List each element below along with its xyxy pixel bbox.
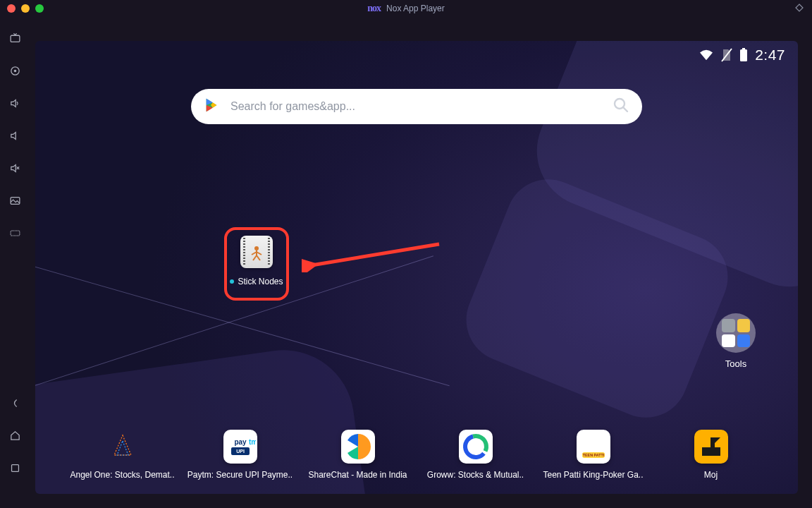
app-angel-one[interactable]: Angel One: Stocks, Demat.. xyxy=(66,430,179,480)
notification-dot xyxy=(230,279,234,284)
android-screen: 2:47 xyxy=(35,41,798,494)
svg-line-19 xyxy=(252,252,257,255)
nox-logo: nox xyxy=(367,3,381,14)
minimize-window-icon[interactable] xyxy=(21,4,30,13)
app-label: Angel One: Stocks, Demat.. xyxy=(70,470,174,480)
svg-point-17 xyxy=(254,246,259,250)
keyboard-icon[interactable] xyxy=(9,227,21,239)
maximize-window-icon[interactable] xyxy=(35,4,44,13)
svg-marker-39 xyxy=(715,437,720,443)
titlebar: nox Nox App Player xyxy=(0,0,812,17)
teen-patti-icon: TEEN PATTI xyxy=(577,430,610,464)
app-groww[interactable]: Groww: Stocks & Mutual.. xyxy=(419,430,532,480)
volume-up-icon[interactable] xyxy=(9,97,21,109)
svg-line-22 xyxy=(257,255,260,260)
svg-marker-25 xyxy=(117,441,128,455)
android-status-bar: 2:47 xyxy=(699,47,785,64)
svg-marker-24 xyxy=(114,435,131,455)
app-sharechat[interactable]: ShareChat - Made in India xyxy=(302,430,414,480)
folder-label: Tools xyxy=(725,358,746,369)
search-icon[interactable] xyxy=(613,97,629,116)
clock: 2:47 xyxy=(755,47,785,64)
no-sim-icon xyxy=(721,48,732,62)
svg-line-16 xyxy=(623,107,627,111)
stick-nodes-icon[interactable] xyxy=(240,236,273,268)
svg-rect-7 xyxy=(11,465,18,472)
recent-icon[interactable] xyxy=(9,462,21,474)
groww-icon xyxy=(459,430,493,464)
svg-rect-38 xyxy=(710,437,715,448)
svg-text:TEEN PATTI: TEEN PATTI xyxy=(582,453,604,457)
paytm-icon: paytm UPI xyxy=(223,430,257,464)
svg-rect-6 xyxy=(11,231,20,236)
volume-down-icon[interactable] xyxy=(9,130,21,142)
wifi-icon xyxy=(699,49,714,61)
titlebar-menu-icon[interactable] xyxy=(795,3,804,14)
highlighted-app[interactable]: Stick Nodes xyxy=(224,227,289,301)
app-paytm[interactable]: paytm UPI Paytm: Secure UPI Payme.. xyxy=(184,430,297,480)
svg-text:tm: tm xyxy=(249,438,256,446)
window-controls[interactable] xyxy=(7,4,44,13)
svg-line-20 xyxy=(257,252,262,255)
svg-text:pay: pay xyxy=(234,438,247,446)
left-toolbar xyxy=(0,17,30,508)
play-store-icon xyxy=(204,97,219,116)
location-icon[interactable] xyxy=(9,65,21,77)
app-dock: Angel One: Stocks, Demat.. paytm UPI Pay… xyxy=(35,430,798,480)
svg-line-23 xyxy=(312,244,439,265)
app-label: ShareChat - Made in India xyxy=(308,470,407,480)
app-moj[interactable]: Moj xyxy=(655,430,768,480)
volume-mute-icon[interactable] xyxy=(9,162,21,174)
angel-one-icon xyxy=(106,430,140,464)
svg-line-21 xyxy=(253,255,257,260)
search-bar[interactable] xyxy=(191,89,642,124)
app-label: Teen Patti King-Poker Ga.. xyxy=(543,470,643,480)
tv-icon[interactable] xyxy=(9,32,21,44)
battery-icon xyxy=(739,48,748,62)
app-label: Paytm: Secure UPI Payme.. xyxy=(187,470,293,480)
sharechat-icon xyxy=(341,430,375,464)
svg-rect-37 xyxy=(702,447,720,456)
back-icon[interactable] xyxy=(9,397,21,409)
gallery-icon[interactable] xyxy=(9,195,21,207)
svg-rect-9 xyxy=(740,49,747,61)
window-title: Nox App Player xyxy=(386,4,445,13)
svg-rect-10 xyxy=(742,48,745,50)
home-icon[interactable] xyxy=(9,430,21,442)
svg-point-2 xyxy=(13,70,16,73)
close-window-icon[interactable] xyxy=(7,4,16,13)
app-label: Groww: Stocks & Mutual.. xyxy=(427,470,524,480)
app-label: Moj xyxy=(704,470,718,480)
app-teen-patti[interactable]: TEEN PATTI Teen Patti King-Poker Ga.. xyxy=(537,430,650,480)
moj-icon xyxy=(694,430,728,464)
annotation-arrow xyxy=(302,241,443,272)
app-label: Stick Nodes xyxy=(238,277,283,286)
search-input[interactable] xyxy=(230,100,605,113)
tools-folder[interactable]: Tools xyxy=(716,313,756,369)
folder-icon[interactable] xyxy=(716,313,756,353)
svg-text:UPI: UPI xyxy=(236,449,245,454)
svg-rect-0 xyxy=(11,35,20,42)
